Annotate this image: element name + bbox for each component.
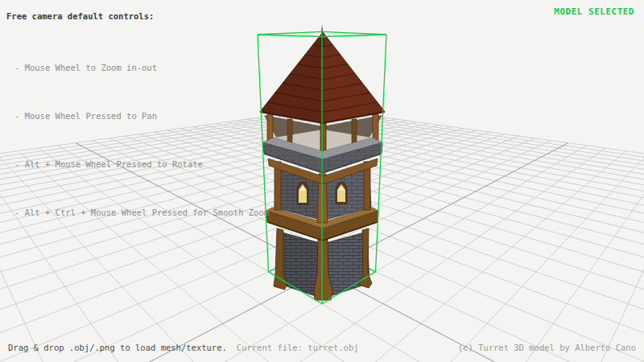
model-credit-label: (c) Turret 3D model by Alberto Cano [458,343,636,352]
viewport-3d[interactable]: Free camera default controls: - Mouse Wh… [0,0,644,362]
current-file-label: Current file: turret.obj [237,343,359,352]
camera-controls-title: Free camera default controls: [6,11,154,21]
control-item-smooth-zoom: - Alt + Ctrl + Mouse Wheel Pressed for S… [14,204,269,220]
camera-controls-list: - Mouse Wheel to Zoom in-out - Mouse Whe… [14,27,269,253]
selection-status-badge: MODEL SELECTED [554,6,634,17]
window-right [336,182,347,204]
window-left [297,182,308,204]
status-bar-left: Drag & drop .obj/.png to load mesh/textu… [8,343,359,352]
drop-hint-label: Drag & drop .obj/.png to load mesh/textu… [8,343,227,352]
control-item-pan: - Mouse Wheel Pressed to Pan [14,108,269,124]
control-item-zoom: - Mouse Wheel to Zoom in-out [14,60,269,76]
control-item-rotate: - Alt + Mouse Wheel Pressed to Rotate [14,156,269,172]
